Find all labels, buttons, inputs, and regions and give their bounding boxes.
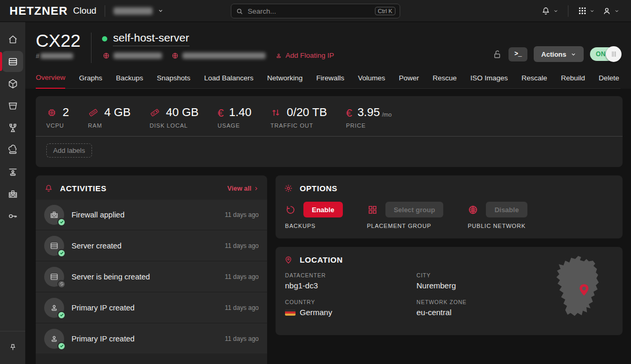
location-panel: LOCATION DATACENTER nbg1-dc3 CITY Nuremb…: [276, 247, 623, 335]
tab-rescue[interactable]: Rescue: [433, 74, 457, 88]
power-toggle[interactable]: ON: [590, 47, 620, 61]
server-name[interactable]: self-host-server: [113, 32, 189, 46]
map-pin-icon: [284, 255, 293, 264]
activity-row[interactable]: Server created 11 days ago: [36, 231, 267, 261]
disk-icon: [149, 107, 160, 118]
germany-map: [550, 254, 611, 324]
actions-dropdown-button[interactable]: Actions: [534, 46, 584, 62]
pin-sidebar-button[interactable]: [2, 337, 23, 358]
bell-icon: [541, 6, 551, 16]
divider: [105, 5, 105, 17]
tab-rescale[interactable]: Rescale: [522, 74, 547, 88]
placement-group-icon: [367, 204, 378, 215]
globe-icon: [467, 204, 479, 215]
hetzner-logo: HETZNER: [9, 4, 68, 18]
redacted-ipv6: [182, 53, 266, 59]
firewall-icon: [49, 210, 59, 220]
search-shortcut-badge: Ctrl K: [375, 7, 396, 15]
server-id: #: [36, 53, 80, 60]
sidebar-footer: [0, 331, 25, 364]
price-period: /mo: [382, 111, 391, 118]
project-selector[interactable]: [114, 7, 164, 15]
sidebar-item-firewalls[interactable]: [2, 183, 23, 204]
notifications-menu[interactable]: [539, 4, 561, 18]
location-title: LOCATION: [300, 255, 343, 264]
overview-content: 2 VCPU 4 GB RAM: [25, 89, 631, 364]
select-placement-group-button[interactable]: Select group: [385, 202, 444, 217]
server-tabs: Overview Graphs Backups Snapshots Load B…: [36, 74, 620, 89]
sidebar-item-servers[interactable]: [2, 51, 23, 72]
storage-bucket-icon: [7, 100, 18, 111]
stats-panel: 2 VCPU 4 GB RAM: [36, 96, 623, 167]
tab-iso-images[interactable]: ISO Images: [471, 74, 508, 88]
ipv4-address: [103, 52, 162, 59]
tab-overview[interactable]: Overview: [36, 74, 65, 89]
activity-avatar: [44, 267, 64, 287]
labels-section: Add labels: [36, 136, 623, 167]
toggle-knob: [606, 46, 622, 62]
unlock-icon[interactable]: [492, 49, 502, 59]
apps-menu[interactable]: [576, 4, 597, 17]
search-icon: [236, 7, 243, 15]
pending-sync-icon: [57, 280, 66, 288]
sidebar-item-floating-ips[interactable]: [2, 161, 23, 182]
sidebar-item-home[interactable]: [2, 29, 23, 50]
divider: [568, 5, 568, 17]
field-network-zone: NETWORK ZONE eu-central: [416, 299, 544, 317]
server-icon: [49, 272, 59, 282]
tab-networking[interactable]: Networking: [267, 74, 303, 88]
apps-grid-icon: [578, 6, 587, 15]
cpu-icon: [46, 107, 57, 118]
tab-backups[interactable]: Backups: [116, 74, 144, 88]
euro-icon: €: [346, 107, 352, 118]
sidebar-item-security[interactable]: [2, 205, 23, 226]
server-icon: [49, 241, 59, 251]
activity-avatar: [44, 205, 64, 225]
options-title: OPTIONS: [300, 184, 338, 193]
tab-snapshots[interactable]: Snapshots: [157, 74, 190, 88]
search-input[interactable]: [248, 7, 375, 15]
option-backups: Enable BACKUPS: [285, 202, 343, 229]
tab-rebuild[interactable]: Rebuild: [561, 74, 585, 88]
add-floating-ip-button[interactable]: Add Floating IP: [275, 51, 334, 59]
tab-load-balancers[interactable]: Load Balancers: [204, 74, 253, 88]
sidebar-item-images[interactable]: [2, 73, 23, 94]
status-dot: [102, 36, 107, 41]
activity-row[interactable]: Firewall applied 11 days ago: [36, 200, 267, 230]
sidebar-item-placement-groups[interactable]: [2, 117, 23, 138]
enable-backups-button[interactable]: Enable: [303, 202, 343, 217]
sidebar-item-storage[interactable]: [2, 95, 23, 116]
activity-row[interactable]: Primary IP created 11 days ago: [36, 293, 267, 323]
floating-ip-icon: [275, 52, 282, 59]
server-actions: >_ Actions ON: [492, 46, 620, 62]
activity-row[interactable]: Server is being created 11 days ago: [36, 262, 267, 292]
tab-delete[interactable]: Delete: [598, 74, 619, 88]
add-labels-button[interactable]: Add labels: [46, 143, 92, 158]
search-box[interactable]: Ctrl K: [231, 4, 400, 18]
view-all-link[interactable]: View all: [227, 185, 259, 192]
tab-power[interactable]: Power: [399, 74, 419, 88]
tab-firewalls[interactable]: Firewalls: [316, 74, 344, 88]
chevron-down-icon: [158, 8, 164, 14]
tab-graphs[interactable]: Graphs: [79, 74, 102, 88]
activity-row[interactable]: Primary IP created 11 days ago: [36, 324, 267, 353]
user-menu[interactable]: [600, 4, 622, 18]
tab-volumes[interactable]: Volumes: [358, 74, 385, 88]
ipv6-address: [171, 52, 266, 59]
console-button[interactable]: >_: [508, 47, 527, 61]
sidebar-item-load-balancers[interactable]: [2, 139, 23, 160]
servers-icon: [7, 56, 18, 67]
success-check-icon: [57, 218, 66, 226]
stat-traffic: 0/20 TB TRAFFIC OUT: [270, 106, 327, 129]
activity-avatar: [44, 298, 64, 318]
activity-avatar: [44, 329, 64, 349]
disable-public-network-button[interactable]: Disable: [486, 202, 527, 217]
chevron-right-icon: [253, 186, 259, 191]
gear-icon: [284, 184, 293, 193]
stat-disk: 40 GB DISK LOCAL: [149, 106, 198, 129]
pin-sidebar-icon: [8, 343, 17, 352]
success-check-icon: [57, 342, 66, 350]
activity-avatar: [44, 236, 64, 256]
server-type: CX22: [36, 32, 80, 50]
germany-flag-icon: [285, 309, 296, 316]
